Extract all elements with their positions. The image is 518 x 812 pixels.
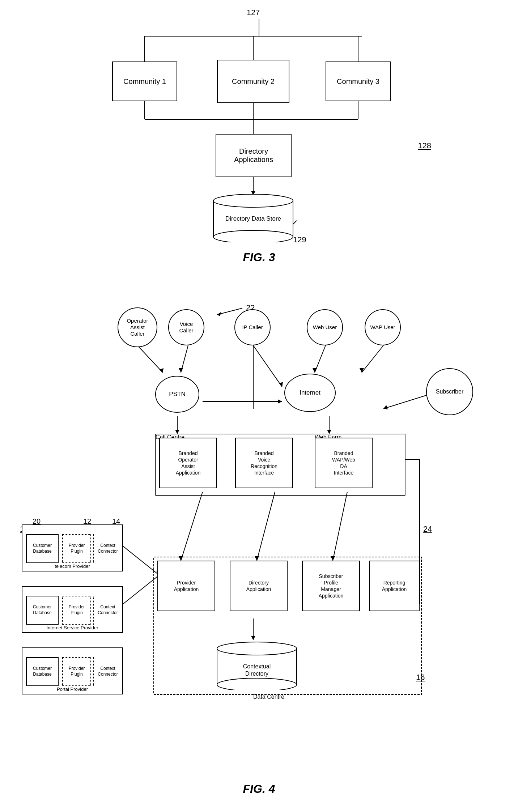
- svg-text:PSTN: PSTN: [169, 391, 185, 398]
- svg-line-21: [181, 345, 188, 373]
- svg-line-24: [315, 345, 326, 373]
- community3-box: Community 3: [326, 61, 391, 101]
- provider-app-label: Provider Application: [174, 579, 199, 592]
- customer-db-3-label: Customer Database: [33, 666, 52, 677]
- community3-label: Community 3: [337, 77, 379, 86]
- wap-user-circle: WAP User: [365, 309, 401, 345]
- svg-text:Contextual: Contextual: [243, 663, 271, 669]
- provider-plugin-3-label: Provider Plugin: [69, 666, 85, 677]
- context-connector-3-label: Context Connector: [98, 666, 118, 677]
- svg-line-19: [137, 345, 163, 373]
- customer-db-2-label: Customer Database: [33, 604, 52, 616]
- svg-marker-22: [179, 368, 183, 373]
- svg-marker-27: [360, 368, 364, 373]
- dir-application-box: Directory Application: [230, 561, 288, 611]
- cylinder-svg: Directory Data Store: [210, 192, 297, 242]
- community1-box: Community 1: [112, 61, 177, 101]
- dir-app-box: DirectoryApplications: [216, 134, 292, 177]
- branded-voice-box: Branded Voice Recognition Interface: [235, 438, 293, 488]
- fig4-caption: FIG. 4: [243, 782, 275, 796]
- branded-voice-label: Branded Voice Recognition Interface: [251, 450, 277, 476]
- svg-point-68: [217, 642, 297, 655]
- branded-wap-box: Branded WAP/Web DA Interface: [315, 438, 373, 488]
- svg-marker-31: [175, 430, 179, 434]
- portal-provider-label: Portal Provider: [57, 686, 88, 692]
- pstn-cloud: PSTN: [154, 373, 201, 416]
- internet-cloud: Internet: [283, 371, 337, 414]
- community2-box: Community 2: [217, 60, 289, 103]
- svg-marker-35: [279, 382, 283, 387]
- web-user-label: Web User: [313, 324, 337, 331]
- voice-caller-label: Voice Caller: [179, 321, 193, 334]
- subscriber-label: Subscriber: [436, 388, 463, 395]
- branded-operator-label: Branded Operator Assist Application: [176, 450, 201, 476]
- svg-marker-20: [159, 368, 164, 373]
- customer-db-1-label: Customer Database: [33, 543, 52, 554]
- web-user-circle: Web User: [307, 309, 343, 345]
- svg-marker-48: [179, 556, 183, 561]
- svg-text:Directory: Directory: [245, 671, 268, 677]
- node-127-label: 127: [247, 8, 260, 17]
- svg-text:Internet: Internet: [300, 389, 320, 396]
- svg-line-51: [333, 492, 347, 561]
- svg-line-44: [123, 546, 159, 575]
- context-connector-2-label: Context Connector: [98, 604, 118, 616]
- dir-app-label: DirectoryApplications: [234, 147, 273, 164]
- telecom-provider-label: telecom Provider: [55, 564, 90, 569]
- branded-wap-label: Branded WAP/Web DA Interface: [332, 450, 355, 476]
- internet-cloud-svg: Internet: [283, 371, 337, 414]
- svg-marker-52: [331, 556, 335, 561]
- context-connector-1-label: Context Connector: [98, 543, 118, 554]
- ref-16-label: 16: [416, 673, 425, 682]
- reporting-app-label: Reporting Application: [382, 579, 407, 592]
- ip-caller-circle: IP Caller: [234, 309, 271, 345]
- contextual-dir-svg: Contextual Directory: [213, 639, 300, 690]
- branded-operator-box: Branded Operator Assist Application: [159, 438, 217, 488]
- dir-application-label: Directory Application: [246, 579, 271, 592]
- svg-line-26: [362, 345, 383, 373]
- fig4-diagram: 22 10 12 14 18 20 16 24 Operator Assist …: [0, 279, 518, 799]
- operator-caller-circle: Operator Assist Caller: [118, 307, 157, 347]
- provider-plugin-1-label: Provider Plugin: [69, 543, 85, 554]
- fig3-caption: FIG. 3: [243, 251, 275, 264]
- svg-marker-29: [383, 405, 388, 409]
- sub-profile-label: Subscriber Profile Manager Application: [319, 573, 344, 599]
- community1-label: Community 1: [123, 77, 166, 86]
- telecom-provider-box: Customer Database Provider Plugin Contex…: [22, 524, 123, 571]
- svg-line-49: [257, 492, 275, 561]
- community2-label: Community 2: [232, 77, 275, 86]
- provider-plugin-2-label: Provider Plugin: [69, 604, 85, 616]
- svg-line-45: [123, 575, 159, 604]
- portal-provider-box: Customer Database Provider Plugin Contex…: [22, 647, 123, 694]
- svg-marker-50: [255, 556, 259, 561]
- svg-line-17: [217, 308, 242, 315]
- svg-marker-37: [278, 399, 282, 404]
- dir-data-store-cylinder: Directory Data Store: [210, 192, 297, 242]
- reporting-app-box: Reporting Application: [369, 561, 420, 611]
- sub-profile-box: Subscriber Profile Manager Application: [302, 561, 360, 611]
- isp-label: Internet Service Provider: [46, 625, 98, 630]
- subscriber-circle: Subscriber: [426, 368, 473, 415]
- isp-box: Customer Database Provider Plugin Contex…: [22, 586, 123, 633]
- svg-marker-18: [217, 312, 221, 316]
- voice-caller-circle: Voice Caller: [168, 309, 204, 345]
- node-129-label: 129: [293, 235, 306, 245]
- fig3-diagram: 127 Community 1 Community 2 Community 3 …: [0, 0, 518, 275]
- svg-line-34: [253, 345, 282, 387]
- pstn-cloud-svg: PSTN: [154, 373, 201, 416]
- operator-caller-label: Operator Assist Caller: [127, 318, 148, 337]
- node-128-label: 128: [418, 141, 431, 150]
- wap-user-label: WAP User: [370, 324, 395, 331]
- svg-text:Directory Data Store: Directory Data Store: [225, 215, 281, 222]
- svg-point-69: [217, 678, 297, 690]
- svg-marker-33: [327, 430, 331, 434]
- contextual-dir-cylinder: Contextual Directory: [213, 639, 300, 690]
- svg-point-15: [213, 230, 293, 242]
- data-centre-label: Data Centre: [253, 694, 284, 700]
- svg-line-47: [181, 492, 203, 561]
- ref-24-label: 24: [423, 524, 432, 534]
- svg-point-14: [213, 194, 293, 207]
- ip-caller-label: IP Caller: [242, 324, 263, 331]
- provider-app-box: Provider Application: [157, 561, 215, 611]
